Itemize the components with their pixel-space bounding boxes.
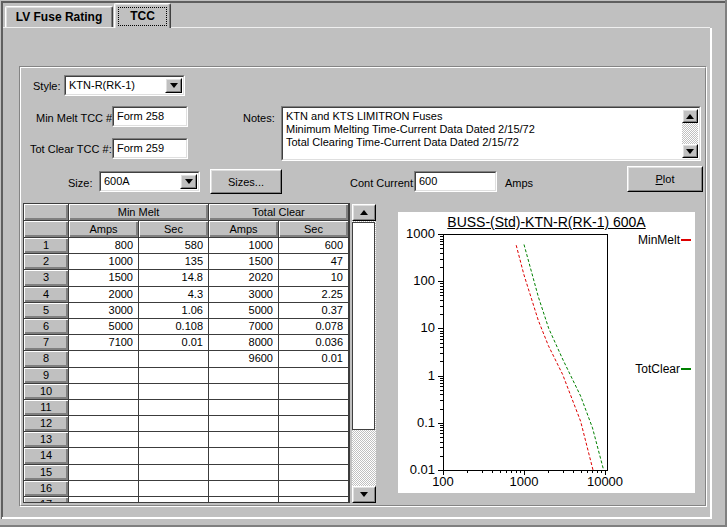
- table-cell[interactable]: [69, 400, 139, 416]
- row-number[interactable]: 2: [24, 254, 69, 270]
- table-cell[interactable]: 0.078: [279, 319, 349, 335]
- table-scrollbar[interactable]: [352, 204, 376, 503]
- column-header-minmelt-sec[interactable]: Sec: [139, 221, 209, 238]
- tot-clear-tcc-field[interactable]: Form 259: [112, 138, 188, 159]
- table-cell[interactable]: [69, 481, 139, 497]
- cont-current-field[interactable]: 600: [414, 171, 497, 192]
- table-scroll-down-button[interactable]: [352, 486, 376, 503]
- table-cell[interactable]: 0.036: [279, 335, 349, 351]
- size-dropdown[interactable]: 600A: [99, 171, 200, 192]
- table-cell[interactable]: [69, 432, 139, 448]
- table-scrollbar-thumb[interactable]: [352, 222, 375, 430]
- table-cell[interactable]: [69, 384, 139, 400]
- row-number[interactable]: 12: [24, 416, 69, 432]
- table-cell[interactable]: 0.108: [139, 319, 209, 335]
- row-number[interactable]: 4: [24, 287, 69, 303]
- table-cell[interactable]: [209, 465, 279, 481]
- table-cell[interactable]: [139, 465, 209, 481]
- row-number[interactable]: 8: [24, 351, 69, 367]
- table-cell[interactable]: 7000: [209, 319, 279, 335]
- table-cell[interactable]: [279, 368, 349, 384]
- table-cell[interactable]: 0.37: [279, 303, 349, 319]
- table-cell[interactable]: 7100: [69, 335, 139, 351]
- style-dropdown[interactable]: KTN-R(RK-1): [64, 75, 185, 96]
- table-cell[interactable]: 3000: [209, 287, 279, 303]
- table-cell[interactable]: [209, 400, 279, 416]
- table-cell[interactable]: 9600: [209, 351, 279, 367]
- table-cell[interactable]: [139, 481, 209, 497]
- table-cell[interactable]: [139, 432, 209, 448]
- min-melt-tcc-field[interactable]: Form 258: [112, 106, 188, 127]
- table-cell[interactable]: [209, 384, 279, 400]
- row-number[interactable]: 5: [24, 303, 69, 319]
- table-cell[interactable]: 2000: [69, 287, 139, 303]
- table-corner-cell[interactable]: [24, 204, 69, 221]
- table-cell[interactable]: 8000: [209, 335, 279, 351]
- notes-scroll-down-button[interactable]: [682, 144, 698, 158]
- tab-lv-fuse-rating[interactable]: LV Fuse Rating: [5, 6, 113, 27]
- row-number[interactable]: 13: [24, 432, 69, 448]
- table-cell[interactable]: 2.25: [279, 287, 349, 303]
- table-cell[interactable]: 600: [279, 238, 349, 254]
- table-cell[interactable]: [139, 368, 209, 384]
- table-cell[interactable]: [209, 497, 279, 503]
- table-cell[interactable]: [279, 432, 349, 448]
- group-header-min-melt[interactable]: Min Melt: [69, 204, 209, 221]
- table-cell[interactable]: 0.01: [139, 335, 209, 351]
- sizes-button[interactable]: Sizes...: [210, 169, 282, 194]
- table-cell[interactable]: 14.8: [139, 270, 209, 286]
- notes-textarea[interactable]: KTN and KTS LIMITRON FusesMinimum Meltin…: [281, 106, 701, 161]
- column-header-totclear-amps[interactable]: Amps: [209, 221, 279, 238]
- row-number[interactable]: 7: [24, 335, 69, 351]
- tab-tcc[interactable]: TCC: [114, 3, 171, 28]
- table-cell[interactable]: [139, 416, 209, 432]
- row-number[interactable]: 11: [24, 400, 69, 416]
- table-cell[interactable]: [209, 416, 279, 432]
- table-cell[interactable]: 800: [69, 238, 139, 254]
- column-header-totclear-sec[interactable]: Sec: [279, 221, 349, 238]
- table-cell[interactable]: [279, 384, 349, 400]
- table-cell[interactable]: [209, 432, 279, 448]
- style-dropdown-button[interactable]: [165, 78, 182, 93]
- table-cell[interactable]: [139, 384, 209, 400]
- row-number[interactable]: 9: [24, 368, 69, 384]
- row-number[interactable]: 17: [24, 497, 69, 503]
- table-cell[interactable]: 5000: [209, 303, 279, 319]
- row-number[interactable]: 6: [24, 319, 69, 335]
- plot-button[interactable]: Plot: [627, 166, 703, 192]
- row-number[interactable]: 14: [24, 448, 69, 464]
- table-cell[interactable]: 4.3: [139, 287, 209, 303]
- row-number[interactable]: 10: [24, 384, 69, 400]
- table-cell[interactable]: [209, 368, 279, 384]
- table-cell[interactable]: [209, 481, 279, 497]
- table-cell[interactable]: 2020: [209, 270, 279, 286]
- table-cell[interactable]: [69, 416, 139, 432]
- table-cell[interactable]: [279, 416, 349, 432]
- table-cell[interactable]: [139, 448, 209, 464]
- table-cell[interactable]: [279, 465, 349, 481]
- table-cell[interactable]: [279, 400, 349, 416]
- row-number[interactable]: 3: [24, 270, 69, 286]
- table-cell[interactable]: 0.01: [279, 351, 349, 367]
- table-cell[interactable]: [139, 497, 209, 503]
- row-number[interactable]: 1: [24, 238, 69, 254]
- table-cell[interactable]: 47: [279, 254, 349, 270]
- table-cell[interactable]: 1000: [209, 238, 279, 254]
- table-cell[interactable]: 1500: [209, 254, 279, 270]
- row-number[interactable]: 16: [24, 481, 69, 497]
- table-cell[interactable]: 135: [139, 254, 209, 270]
- table-cell[interactable]: [69, 448, 139, 464]
- table-cell[interactable]: [279, 448, 349, 464]
- table-cell[interactable]: 580: [139, 238, 209, 254]
- table-cell[interactable]: [279, 497, 349, 503]
- table-cell[interactable]: [69, 368, 139, 384]
- row-number[interactable]: 15: [24, 465, 69, 481]
- table-cell[interactable]: 5000: [69, 319, 139, 335]
- column-header-minmelt-amps[interactable]: Amps: [69, 221, 139, 238]
- notes-scroll-up-button[interactable]: [682, 109, 698, 123]
- table-cell[interactable]: 1500: [69, 270, 139, 286]
- table-cell[interactable]: [69, 497, 139, 503]
- table-cell[interactable]: [279, 481, 349, 497]
- tcc-data-table[interactable]: Min Melt Total Clear Amps Sec Amps Sec 1…: [23, 203, 350, 503]
- table-scroll-up-button[interactable]: [352, 204, 376, 221]
